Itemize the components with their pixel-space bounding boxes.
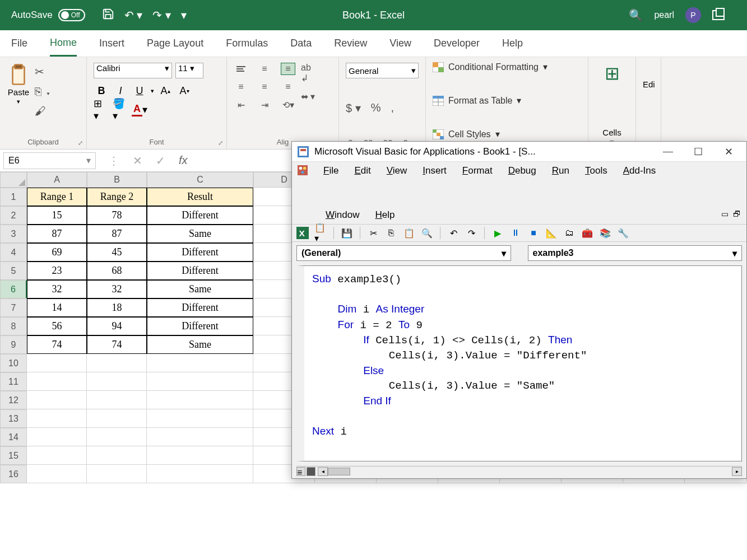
run-icon[interactable]: ▶ <box>491 227 504 239</box>
vba-title-bar[interactable]: Microsoft Visual Basic for Applications … <box>292 142 746 162</box>
font-size-combo[interactable]: 11 ▾ <box>175 63 203 78</box>
copy-icon[interactable]: ⎘ ▾ <box>35 85 52 98</box>
cell[interactable]: 68 <box>87 262 147 280</box>
cell[interactable]: 74 <box>27 335 87 354</box>
cell[interactable]: 15 <box>27 206 87 225</box>
row-header[interactable]: 15 <box>0 446 27 465</box>
wrap-text-icon[interactable]: ab↲ <box>301 63 315 83</box>
vba-menu-add-ins[interactable]: Add-Ins <box>623 165 656 178</box>
undo-icon[interactable]: ↶ ▾ <box>124 8 143 22</box>
cell[interactable] <box>147 409 253 428</box>
col-header[interactable]: A <box>27 172 87 188</box>
row-header[interactable]: 11 <box>0 372 27 391</box>
object-combo[interactable]: (General)▾ <box>296 245 511 261</box>
cell[interactable] <box>87 391 147 409</box>
currency-icon[interactable]: $ ▾ <box>346 101 361 115</box>
cell[interactable] <box>27 446 87 465</box>
bold-button[interactable]: B <box>94 84 109 97</box>
fx-icon[interactable]: fx <box>179 154 188 167</box>
scroll-right-arrow-icon[interactable]: ▸ <box>732 467 742 476</box>
italic-button[interactable]: I <box>113 84 128 97</box>
tab-review[interactable]: Review <box>334 30 367 57</box>
align-left-icon[interactable]: ≡ <box>234 81 248 93</box>
row-header[interactable]: 5 <box>0 262 27 280</box>
format-painter-icon[interactable]: 🖌 <box>35 105 52 118</box>
procedure-combo[interactable]: example3▾ <box>528 245 743 261</box>
dialog-launcher-icon[interactable]: ⤢ <box>78 139 83 147</box>
cell[interactable]: Different <box>147 206 253 225</box>
save-icon[interactable] <box>102 8 114 23</box>
row-header[interactable]: 4 <box>0 243 27 262</box>
mdi-restore-icon[interactable]: ▭ <box>721 209 729 221</box>
cell[interactable]: 87 <box>87 225 147 243</box>
tab-file[interactable]: File <box>11 30 27 57</box>
paste-button[interactable]: Paste ▾ <box>7 63 30 118</box>
procview-icon[interactable] <box>307 467 315 476</box>
cell[interactable] <box>27 391 87 409</box>
align-middle-icon[interactable]: ≡ <box>257 63 272 75</box>
search-icon[interactable]: 🔍 <box>629 8 643 22</box>
vba-system-icon[interactable] <box>298 165 308 178</box>
row-header[interactable]: 6 <box>0 280 27 298</box>
redo-icon[interactable]: ↷ <box>465 227 477 239</box>
select-all-corner[interactable] <box>0 172 27 188</box>
tab-developer[interactable]: Developer <box>434 30 480 57</box>
cell[interactable]: Range 1 <box>27 188 87 206</box>
row-header[interactable]: 7 <box>0 298 27 317</box>
font-name-combo[interactable]: Calibri ▾ <box>94 63 172 78</box>
paste-icon[interactable]: 📋 <box>403 227 415 239</box>
decrease-indent-icon[interactable]: ⇤ <box>234 99 248 111</box>
row-header[interactable]: 10 <box>0 354 27 372</box>
fill-color-icon[interactable]: 🪣 ▾ <box>113 103 128 116</box>
col-header[interactable]: B <box>87 172 147 188</box>
row-header[interactable]: 9 <box>0 335 27 354</box>
cell[interactable]: Same <box>147 280 253 298</box>
cell[interactable] <box>27 354 87 372</box>
cell[interactable]: 23 <box>27 262 87 280</box>
cell[interactable] <box>147 354 253 372</box>
vba-menu-file[interactable]: File <box>323 165 338 178</box>
tab-help[interactable]: Help <box>502 30 523 57</box>
number-format-combo[interactable]: General▾ <box>346 63 419 78</box>
conditional-formatting-button[interactable]: Conditional Formatting ▾ <box>433 62 581 72</box>
cell[interactable] <box>27 465 87 483</box>
vba-menu-help[interactable]: Help <box>375 209 395 221</box>
orientation-icon[interactable]: ⟲▾ <box>281 99 295 111</box>
qat-dropdown-icon[interactable]: ▾ <box>181 8 187 22</box>
name-box[interactable]: E6▾ <box>3 152 96 169</box>
cell[interactable]: 74 <box>87 335 147 354</box>
close-icon[interactable]: ✕ <box>716 146 741 158</box>
cancel-icon[interactable]: ✕ <box>133 154 142 167</box>
cell[interactable] <box>87 354 147 372</box>
vba-menu-run[interactable]: Run <box>552 165 569 178</box>
cell[interactable]: 45 <box>87 243 147 262</box>
cell[interactable] <box>87 428 147 446</box>
scroll-left-arrow-icon[interactable]: ◂ <box>318 467 328 476</box>
row-header[interactable]: 16 <box>0 465 27 483</box>
percent-icon[interactable]: % <box>371 101 381 115</box>
tab-formulas[interactable]: Formulas <box>226 30 268 57</box>
row-header[interactable]: 2 <box>0 206 27 225</box>
cell[interactable]: Different <box>147 317 253 335</box>
fullmodule-icon[interactable]: ≡ <box>296 467 305 476</box>
comma-icon[interactable]: , <box>391 101 394 115</box>
pause-icon[interactable]: ⏸ <box>509 227 522 239</box>
vba-menu-format[interactable]: Format <box>462 165 493 178</box>
cell[interactable]: Result <box>147 188 253 206</box>
align-top-icon[interactable] <box>234 63 248 75</box>
cell[interactable]: Different <box>147 298 253 317</box>
increase-indent-icon[interactable]: ⇥ <box>257 99 272 111</box>
cell[interactable]: 32 <box>87 280 147 298</box>
merge-icon[interactable]: ⬌ ▾ <box>301 91 315 102</box>
toggle-off-icon[interactable]: Off <box>58 9 85 21</box>
vba-menu-edit[interactable]: Edit <box>354 165 370 178</box>
vba-menu-debug[interactable]: Debug <box>508 165 536 178</box>
dialog-launcher-icon[interactable]: ⤢ <box>218 139 223 147</box>
cut-icon[interactable]: ✂ <box>367 227 379 239</box>
find-icon[interactable]: 🔍 <box>421 227 433 239</box>
tab-home[interactable]: Home <box>50 30 77 57</box>
cell[interactable] <box>27 372 87 391</box>
cell[interactable]: Different <box>147 262 253 280</box>
cut-icon[interactable]: ✂ <box>35 65 52 78</box>
cell[interactable] <box>147 391 253 409</box>
